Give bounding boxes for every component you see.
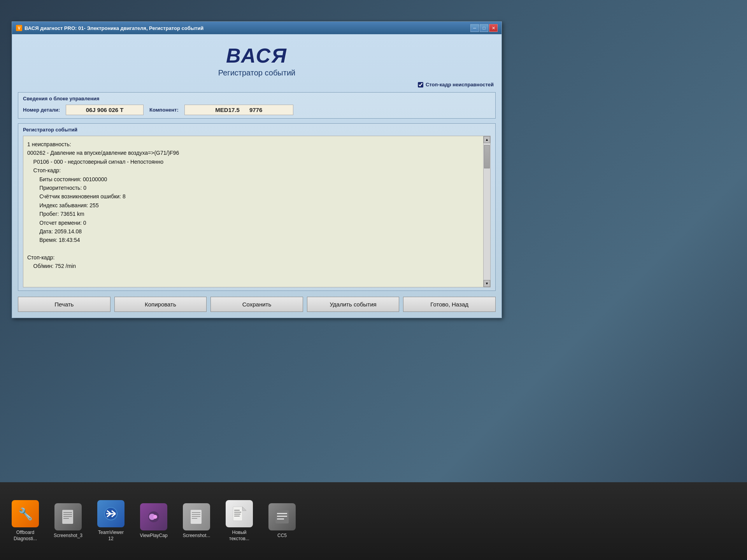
app-subtitle: Регистратор событий xyxy=(18,68,496,77)
window-titlebar: V ВАСЯ диагност PRO: 01- Электроника дви… xyxy=(12,22,502,34)
svg-rect-10 xyxy=(192,514,200,515)
delete-button[interactable]: Удалить события xyxy=(307,297,400,312)
scroll-thumb[interactable] xyxy=(484,145,490,168)
svg-rect-4 xyxy=(63,518,69,519)
info-row: Номер детали: 06J 906 026 T Компонент: M… xyxy=(23,105,491,115)
log-content-area[interactable]: 1 неисправность: 000262 - Давление на вп… xyxy=(23,136,491,287)
log-section-title: Регистратор событий xyxy=(23,127,491,133)
scroll-track[interactable] xyxy=(484,143,490,280)
info-section: Сведения о блоке управления Номер детали… xyxy=(18,92,496,119)
svg-rect-17 xyxy=(234,512,241,513)
component-value: MED17.5 9776 xyxy=(184,105,293,115)
window-content: ВАСЯ Регистратор событий Стоп-кадр неисп… xyxy=(12,34,502,318)
svg-point-7 xyxy=(153,515,157,519)
close-button[interactable]: ✕ xyxy=(489,24,498,32)
window-app-icon: V xyxy=(16,25,22,31)
minimize-button[interactable]: ─ xyxy=(470,24,479,32)
svg-rect-21 xyxy=(277,513,287,514)
svg-rect-11 xyxy=(192,516,200,517)
taskbar-icon-label-6: CC5 xyxy=(277,533,287,539)
taskbar-icon-label-1: Screenshot_3 xyxy=(54,533,82,539)
taskbar-icon-img-5 xyxy=(226,500,253,527)
stopframe-label: Стоп-кадр неисправностей xyxy=(426,82,494,88)
taskbar-icon-label-2: TeamViewer12 xyxy=(98,530,124,542)
svg-rect-22 xyxy=(277,516,287,517)
scroll-up-button[interactable]: ▲ xyxy=(484,136,490,143)
svg-rect-2 xyxy=(63,514,72,515)
print-button[interactable]: Печать xyxy=(18,297,110,312)
main-window: V ВАСЯ диагност PRO: 01- Электроника дви… xyxy=(12,21,502,318)
taskbar-icon-img-2 xyxy=(97,500,124,527)
svg-rect-16 xyxy=(234,510,240,511)
maximize-button[interactable]: □ xyxy=(480,24,488,32)
log-text: 1 неисправность: 000262 - Давление на вп… xyxy=(27,140,480,271)
checkbox-row: Стоп-кадр неисправностей xyxy=(18,82,496,88)
component-label: Компонент: xyxy=(149,107,179,113)
svg-rect-23 xyxy=(277,518,284,520)
component-value1: MED17.5 xyxy=(215,107,240,113)
taskbar-item-0[interactable]: 🔧 OffboardDiagnosti... xyxy=(8,500,43,542)
scrollbar[interactable]: ▲ ▼ xyxy=(483,136,490,287)
taskbar-icon-label-3: ViewPlayCap xyxy=(140,533,167,539)
taskbar-icon-img-1 xyxy=(54,503,82,530)
taskbar-item-5[interactable]: Новыйтекстов... xyxy=(222,500,257,542)
svg-rect-19 xyxy=(234,516,240,516)
taskbar-icon-img-0: 🔧 xyxy=(12,500,39,527)
taskbar-icon-img-4 xyxy=(183,503,210,530)
taskbar-item-6[interactable]: CC5 xyxy=(265,503,300,539)
taskbar-icon-label-5: Новыйтекстов... xyxy=(229,530,249,542)
taskbar-item-3[interactable]: ViewPlayCap xyxy=(136,503,171,539)
info-section-title: Сведения о блоке управления xyxy=(23,96,491,102)
svg-rect-12 xyxy=(192,518,197,519)
svg-rect-9 xyxy=(192,512,200,513)
taskbar-item-4[interactable]: Screenshot... xyxy=(179,503,214,539)
svg-rect-18 xyxy=(234,514,240,514)
app-header: ВАСЯ Регистратор событий xyxy=(18,40,496,79)
stopframe-checkbox[interactable] xyxy=(418,82,423,88)
svg-rect-3 xyxy=(63,516,72,517)
taskbar-item-1[interactable]: Screenshot_3 xyxy=(51,503,86,539)
window-controls: ─ □ ✕ xyxy=(470,24,498,32)
window-title-area: V ВАСЯ диагност PRO: 01- Электроника дви… xyxy=(16,25,203,31)
app-main-title: ВАСЯ xyxy=(18,44,496,67)
done-button[interactable]: Готово, Назад xyxy=(403,297,496,312)
part-number-value: 06J 906 026 T xyxy=(66,105,144,115)
taskbar-icon-img-6 xyxy=(268,503,296,530)
copy-button[interactable]: Копировать xyxy=(114,297,207,312)
taskbar-icon-label-0: OffboardDiagnosti... xyxy=(14,530,37,542)
desktop: V ВАСЯ диагност PRO: 01- Электроника дви… xyxy=(0,0,747,560)
scroll-down-button[interactable]: ▼ xyxy=(484,280,490,287)
log-section: Регистратор событий 1 неисправность: 000… xyxy=(18,123,496,291)
button-row: Печать Копировать Сохранить Удалить собы… xyxy=(18,297,496,312)
part-number-label: Номер детали: xyxy=(23,107,60,113)
svg-rect-1 xyxy=(63,512,72,513)
component-value2: 9776 xyxy=(249,107,262,113)
save-button[interactable]: Сохранить xyxy=(210,297,303,312)
taskbar: 🔧 OffboardDiagnosti... Screenshot_3 xyxy=(0,482,747,560)
window-title-text: ВАСЯ диагност PRO: 01- Электроника двига… xyxy=(25,25,203,31)
taskbar-item-2[interactable]: TeamViewer12 xyxy=(93,500,128,542)
taskbar-icon-img-3 xyxy=(140,503,167,530)
taskbar-icon-label-4: Screenshot... xyxy=(183,533,210,539)
